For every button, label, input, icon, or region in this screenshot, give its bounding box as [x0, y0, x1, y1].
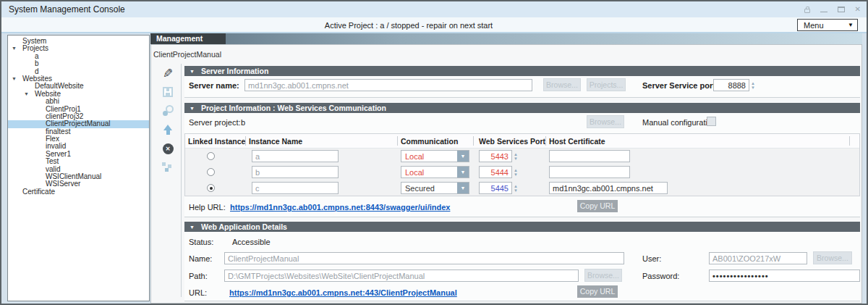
project-browse-button[interactable]: Browse...	[587, 115, 624, 128]
sync-link-icon	[162, 105, 174, 117]
title-bar: System Management Console	[1, 1, 867, 17]
section-header[interactable]: Server Information	[184, 66, 860, 76]
tree-item-b[interactable]: b	[8, 60, 149, 67]
dropdown-arrow-icon[interactable]	[457, 167, 469, 177]
port-input-b[interactable]	[479, 166, 512, 178]
instance-name-input-c[interactable]	[252, 182, 339, 194]
dropdown-arrow-icon[interactable]	[457, 183, 469, 193]
spin-down-icon[interactable]	[514, 172, 521, 177]
service-port-input[interactable]	[713, 79, 749, 91]
col-host-certificate: Host Certificate	[549, 137, 605, 146]
tree-item-a[interactable]: a	[8, 53, 149, 60]
column-divider	[545, 136, 546, 146]
port-spinner-c[interactable]	[514, 182, 521, 194]
server-name-input[interactable]	[244, 79, 532, 91]
port-input-a[interactable]	[479, 150, 512, 162]
main-panel: Management ClientProjectManual Server In…	[150, 33, 862, 304]
port-spinner-a[interactable]	[514, 150, 521, 162]
close-button[interactable]	[855, 1, 861, 17]
spin-down-icon[interactable]	[514, 156, 521, 161]
spin-down-icon[interactable]	[514, 188, 521, 193]
save-button[interactable]	[158, 84, 177, 100]
section-project-information: Project Information : Web Services Commu…	[184, 103, 860, 217]
manual-configuration-checkbox[interactable]	[707, 117, 716, 126]
page-title: ClientProjectManual	[153, 50, 221, 59]
url-copy-url-button[interactable]: Copy URL	[577, 285, 618, 298]
collapse-arrow-icon	[190, 106, 195, 111]
tree-item-finaltest[interactable]: finaltest	[8, 128, 149, 135]
server-name-label: Server name:	[189, 81, 239, 90]
collapse-arrow-icon	[190, 225, 195, 230]
user-input[interactable]	[709, 252, 807, 264]
navigation-tree: System Projects a b d Websites DefaultWe…	[7, 35, 150, 301]
section-header[interactable]: Project Information : Web Services Commu…	[184, 103, 860, 113]
web-app-url-link[interactable]: https://md1nn3gc.ab001.cmpns.net:443/Cli…	[229, 288, 457, 297]
active-project-status: Active Project : a / stopped - repair on…	[1, 21, 816, 30]
path-label: Path:	[189, 272, 208, 280]
spin-down-icon[interactable]	[751, 85, 758, 90]
tree-item-flex[interactable]: Flex	[8, 135, 149, 143]
app-window: System Management Console Active Project…	[0, 0, 868, 305]
col-instance-name: Instance Name	[249, 137, 302, 146]
linked-radio-c[interactable]	[207, 184, 215, 192]
minimize-button[interactable]	[820, 12, 827, 12]
expanded-arrow-icon[interactable]	[12, 75, 17, 83]
linked-radio-a[interactable]	[207, 152, 215, 160]
tree-item-defaultwebsite[interactable]: DefaultWebsite	[8, 83, 149, 90]
column-divider	[397, 136, 398, 146]
help-url-link[interactable]: https://md1nn3gc.ab001.cmpns.net:8443/sw…	[230, 203, 450, 212]
linked-radio-b[interactable]	[207, 168, 215, 176]
save-floppy-icon	[163, 87, 173, 97]
upload-button[interactable]	[158, 122, 177, 138]
projects-button[interactable]: Projects...	[587, 78, 626, 91]
dropdown-arrow-icon[interactable]	[457, 151, 469, 162]
management-page: ClientProjectManual Server Information S…	[150, 44, 862, 304]
password-input[interactable]	[709, 270, 860, 282]
server-project-value: b	[241, 118, 245, 127]
service-port-spinner[interactable]	[751, 79, 758, 91]
table-row-instance-a: Local	[185, 149, 859, 164]
cancel-button[interactable]	[158, 141, 177, 156]
menu-dropdown[interactable]: Menu	[797, 19, 858, 31]
manual-configuration-label: Manual configuration	[642, 118, 716, 127]
instance-name-input-a[interactable]	[252, 150, 339, 162]
table-header: Linked Instance Instance Name Communicat…	[185, 134, 859, 149]
certificate-input-c[interactable]	[549, 182, 668, 194]
communication-select-a[interactable]: Local	[401, 150, 469, 162]
maximize-button[interactable]	[838, 7, 845, 12]
tree-item-server1[interactable]: Server1	[8, 151, 149, 158]
certificate-input-a[interactable]	[549, 150, 630, 162]
window-controls	[804, 1, 861, 17]
tree-item-projects[interactable]: Projects	[8, 45, 149, 52]
password-label: Password:	[642, 272, 679, 280]
name-input[interactable]	[224, 252, 624, 264]
status-label: Status:	[189, 238, 213, 246]
communication-select-c[interactable]: Secured	[401, 182, 469, 194]
path-input[interactable]	[224, 270, 579, 282]
instances-table: Linked Instance Instance Name Communicat…	[184, 133, 860, 196]
expanded-arrow-icon[interactable]	[24, 91, 29, 98]
path-browse-button[interactable]: Browse...	[584, 269, 622, 282]
tree-item-certificate[interactable]: Certificate	[8, 188, 149, 196]
section-header[interactable]: Web Application Details	[184, 222, 860, 232]
communication-select-b[interactable]: Local	[401, 166, 469, 178]
window-title: System Management Console	[9, 4, 125, 14]
table-row-instance-c: Secured	[185, 180, 859, 196]
expanded-arrow-icon[interactable]	[12, 45, 17, 52]
instance-name-input-b[interactable]	[252, 166, 339, 178]
edit-button[interactable]	[158, 65, 177, 81]
server-browse-button[interactable]: Browse...	[543, 78, 581, 91]
user-browse-button[interactable]: Browse...	[813, 251, 852, 264]
tree-item-clientprojectmanual[interactable]: ClientProjectManual	[8, 120, 149, 128]
certificate-input-b[interactable]	[549, 166, 630, 178]
sitemap-group-icon	[161, 162, 172, 172]
tab-management[interactable]: Management	[150, 33, 226, 44]
port-spinner-b[interactable]	[514, 166, 521, 178]
sitemap-button[interactable]	[158, 159, 177, 175]
port-input-c[interactable]	[479, 182, 512, 194]
sync-button[interactable]	[158, 103, 177, 119]
tree-item-test[interactable]: Test	[8, 158, 149, 165]
tree-item-website[interactable]: Website	[8, 91, 149, 98]
tree-item-invalid[interactable]: invalid	[8, 143, 149, 150]
help-copy-url-button[interactable]: Copy URL	[577, 200, 618, 212]
